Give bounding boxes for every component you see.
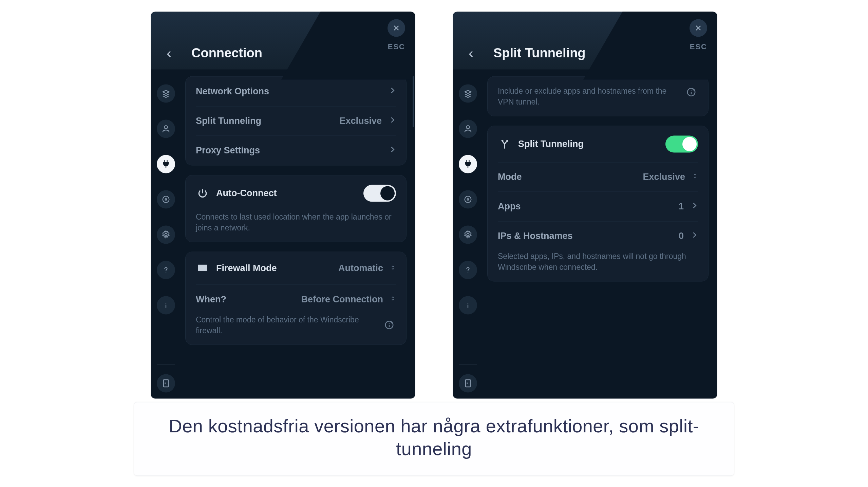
svg-point-11 [465,196,471,203]
sidebar-item-help[interactable] [459,261,477,279]
svg-rect-5 [199,265,202,267]
info-link-icon[interactable] [382,318,396,332]
auto-connect-toggle[interactable] [363,185,396,202]
auto-connect-row: Auto-Connect [186,175,406,211]
plug-icon [463,159,473,169]
svg-rect-7 [199,268,203,270]
user-icon [161,124,171,133]
close-icon [695,24,702,32]
panel-header: ESC Split Tunneling [453,12,717,69]
back-button[interactable] [161,45,178,62]
info-icon [463,300,473,310]
row-label: Split Tunneling [518,139,659,149]
content-area: Include or exclude apps and hostnames fr… [483,69,717,398]
split-icon [498,137,511,151]
sidebar-divider [157,364,175,364]
svg-rect-14 [466,380,470,387]
target-icon [161,194,171,204]
sidebar-item-connection[interactable] [459,155,477,173]
svg-rect-4 [164,380,168,387]
page-title: Connection [191,45,262,60]
chevron-right-icon [389,116,396,125]
chevron-right-icon [389,87,396,96]
plug-icon [161,159,171,169]
sidebar-item-robert[interactable] [459,190,477,208]
split-tunneling-panel: ESC Split Tunneling [453,12,717,398]
door-icon [161,378,171,388]
user-icon [463,124,473,133]
svg-point-3 [165,233,167,236]
row-label: Apps [498,201,672,211]
description-text: Include or exclude apps and hostnames fr… [498,85,679,107]
sidebar-item-robert[interactable] [157,190,175,208]
esc-label: ESC [690,42,707,51]
chevron-right-icon [691,231,698,240]
sidebar-item-account[interactable] [157,119,175,138]
close-button[interactable] [388,19,405,37]
sidebar-item-settings[interactable] [157,225,175,244]
sidebar-item-general[interactable] [157,84,175,102]
sidebar-item-about[interactable] [157,296,175,314]
sidebar-item-settings[interactable] [459,225,477,244]
mode-row[interactable]: Mode Exclusive [488,162,708,191]
sidebar-item-connection[interactable] [157,155,175,173]
gear-icon [161,230,171,239]
network-options-row[interactable]: Network Options [186,76,406,106]
connection-panel: ESC Connection [151,12,415,398]
sidebar-item-account[interactable] [459,119,477,138]
row-value: 1 [679,201,684,211]
chevron-left-icon [165,50,173,58]
sidebar-item-about[interactable] [459,296,477,314]
row-label: Firewall Mode [216,263,332,274]
split-tunneling-toggle-row: Split Tunneling [488,126,708,162]
back-button[interactable] [463,45,480,62]
power-icon [196,186,209,200]
auto-connect-card: Auto-Connect Connects to last used locat… [185,175,407,242]
chevron-right-icon [389,146,396,155]
select-arrows-icon [692,173,698,181]
row-value: Exclusive [643,171,685,182]
layers-icon [463,89,473,98]
row-label: Network Options [196,86,382,96]
gear-icon [463,230,473,239]
apps-row[interactable]: Apps 1 [488,191,708,221]
svg-point-10 [466,126,469,129]
intro-card: Include or exclude apps and hostnames fr… [487,76,709,116]
row-label: Mode [498,171,636,182]
chevron-right-icon [691,202,698,211]
sidebar-item-help[interactable] [157,261,175,279]
sidebar [151,69,181,398]
ips-hostnames-row[interactable]: IPs & Hostnames 0 [488,221,708,250]
firewall-mode-row[interactable]: Firewall Mode Automatic [186,252,406,284]
content-area: Network Options Split Tunneling Exclusiv… [181,69,415,398]
scrollbar[interactable] [413,76,414,127]
sidebar-item-logout[interactable] [157,374,175,392]
info-link-icon[interactable] [684,85,698,99]
svg-point-13 [467,233,469,236]
esc-label: ESC [388,42,405,51]
target-icon [463,194,473,204]
door-icon [463,378,473,388]
description-text: Control the mode of behavior of the Wind… [196,314,377,336]
caption-text: Den kostnadsfria versionen har några ext… [134,402,734,475]
info-icon [161,300,171,310]
close-button[interactable] [690,19,707,37]
sidebar-item-logout[interactable] [459,374,477,392]
svg-rect-8 [204,268,207,270]
split-tunneling-row[interactable]: Split Tunneling Exclusive [186,106,406,135]
split-tunneling-toggle[interactable] [665,135,698,152]
firewall-when-row[interactable]: When? Before Connection [186,284,406,314]
svg-point-1 [163,196,169,203]
intro-description: Include or exclude apps and hostnames fr… [488,76,708,116]
svg-point-0 [164,126,167,129]
question-icon [463,265,473,275]
row-value: Automatic [338,263,383,274]
row-label: Auto-Connect [216,188,357,199]
proxy-settings-row[interactable]: Proxy Settings [186,135,406,165]
sidebar-item-general[interactable] [459,84,477,102]
row-value: 0 [679,230,684,241]
panel-header: ESC Connection [151,12,415,69]
row-label: Proxy Settings [196,145,382,155]
row-value: Before Connection [301,294,383,304]
svg-point-12 [467,199,469,200]
